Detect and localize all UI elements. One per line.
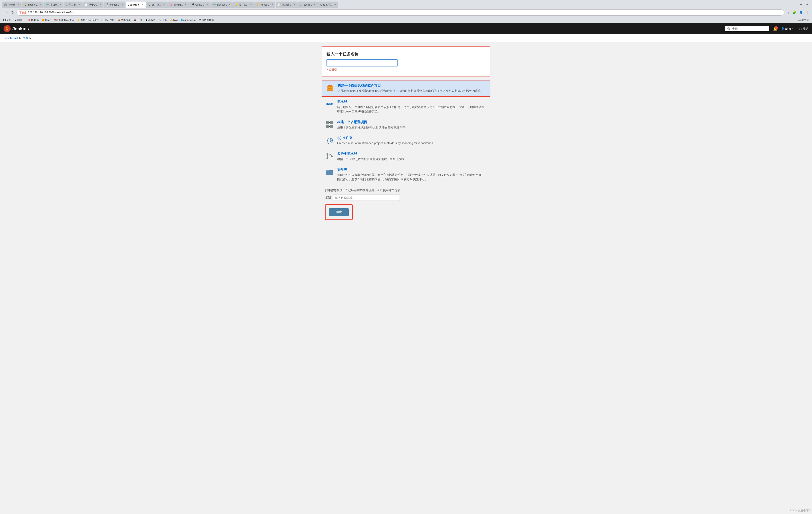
browser-tab[interactable]: 📄基于D...✕	[82, 2, 104, 8]
job-type-desc: 精心地组织一个可以长期运行在多个节点上的任务。适用于构建流水线（更加正式地应当称…	[337, 105, 487, 114]
jenkins-app: Jenkins 🔍 🔔 1 👤 admin ⬚ 注销 Dashboard ▶ 所…	[0, 23, 812, 514]
job-type-item[interactable]: 多分支流水线 根据一个SCM仓库中检测到的分支创建一系列流水线。	[322, 149, 490, 165]
browser-tab[interactable]: GSSH公...✕	[146, 2, 167, 8]
browser-tab[interactable]: 📝我应该...✕	[276, 2, 297, 8]
bookmark-button[interactable]: ☆	[786, 10, 790, 15]
header-search: 🔍	[725, 26, 770, 31]
bookmark-item[interactable]: ☁阿里云	[13, 18, 26, 22]
browser-tab[interactable]: 🔒https://...✕	[22, 2, 44, 8]
browser-tab[interactable]: 🔑id_rsa...✕	[233, 2, 254, 8]
bookmark-item[interactable]: 📖学习资料	[100, 18, 116, 22]
job-type-info: 构建一个自由风格的软件项目 这是Jenkins的主要功能.Jenkins将会结合…	[338, 84, 486, 93]
job-type-item[interactable]: 流水线 精心地组织一个可以长期运行在多个节点上的任务。适用于构建流水线（更加正式…	[322, 97, 490, 117]
back-button[interactable]: ‹	[2, 10, 5, 15]
bookmark-item[interactable]: 🔲应用	[2, 18, 13, 22]
svg-point-7	[327, 103, 329, 105]
job-type-item[interactable]: {0} {0} 文件夹 Creates a set of multibranch…	[322, 133, 490, 149]
browser-tab[interactable]: C(1条消...✕	[298, 2, 318, 8]
job-type-icon	[325, 152, 334, 161]
bookmark-item[interactable]: 🗺地图选择器	[198, 18, 215, 22]
browser-tab[interactable]: 🤖智能熊✕	[2, 2, 22, 8]
browser-tab[interactable]: J新建任务✕	[126, 2, 146, 8]
svg-rect-10	[330, 121, 333, 124]
job-type-title: 流水线	[337, 100, 487, 104]
browser-chrome: 🤖智能熊✕🔒https://...✕🐳小白鲸✕C写文彪✕📄基于D...✕🐧cen…	[0, 0, 812, 23]
username-label: admin	[785, 27, 793, 30]
bookmark-item[interactable]: 🟠Gitee	[40, 18, 52, 22]
bookmark-item[interactable]: 🔧工具	[157, 18, 168, 22]
browser-tab[interactable]: 🧠Intellig...✕	[167, 2, 189, 8]
task-name-input[interactable]	[326, 59, 398, 66]
job-type-item[interactable]: 构建一个自由风格的软件项目 这是Jenkins的主要功能.Jenkins将会结合…	[322, 80, 490, 97]
breadcrumb-sep1: ▶	[19, 36, 21, 39]
forward-button[interactable]: ›	[6, 10, 9, 15]
security-indicator: 不安全	[19, 11, 27, 14]
jenkins-logo-icon	[4, 25, 11, 32]
reload-button[interactable]: ↻	[10, 10, 15, 15]
watermark: CSDN @通透同学	[790, 509, 810, 512]
browser-actions: ☆ 🧩 👤 ⋮	[786, 10, 810, 15]
extension-button[interactable]: 🧩	[791, 10, 797, 15]
job-type-info: 多分支流水线 根据一个SCM仓库中检测到的分支创建一系列流水线。	[337, 152, 487, 161]
browser-tab[interactable]: 🐳Docker...✕	[211, 2, 233, 8]
svg-rect-9	[326, 121, 329, 124]
header-user[interactable]: 👤 admin	[781, 27, 793, 30]
bookmark-item[interactable]: 🌍geojson.io	[180, 18, 197, 22]
ok-button[interactable]: 确定	[329, 208, 349, 216]
header-notification[interactable]: 🔔 1	[773, 27, 777, 31]
job-type-info: 文件夹 创建一个可以嵌套存储的容器。利用它可以进行分组。视图仅仅是一个过滤器，而…	[337, 168, 487, 182]
svg-rect-4	[328, 85, 332, 87]
copy-row: 复制	[325, 194, 487, 201]
bookmark-item[interactable]: 📦类库框架	[116, 18, 132, 22]
jenkins-header: Jenkins 🔍 🔔 1 👤 admin ⬚ 注销	[0, 23, 812, 34]
search-icon: 🔍	[727, 27, 731, 30]
bookmarks-more[interactable]: »其他书签	[796, 18, 810, 22]
logout-label: 注销	[803, 27, 808, 31]
tab-list-button[interactable]: ▼	[804, 2, 810, 7]
bookmark-item[interactable]: 💡力扣 (LeetCode)	[76, 18, 99, 22]
header-logout[interactable]: ⬚ 注销	[797, 27, 808, 31]
svg-rect-5	[328, 88, 332, 88]
task-name-section: 输入一个任务名称 » 必填项	[322, 47, 490, 77]
job-type-desc: 创建一个可以嵌套存储的容器。利用它可以进行分组。视图仅仅是一个过滤器，而文件夹则…	[337, 173, 487, 182]
search-input[interactable]	[732, 27, 759, 30]
menu-button[interactable]: ⋮	[805, 10, 810, 15]
job-type-icon	[325, 168, 334, 177]
browser-tab[interactable]: C写文彪✕	[64, 2, 82, 8]
job-type-desc: 根据一个SCM仓库中检测到的分支创建一系列流水线。	[337, 157, 487, 161]
breadcrumb-sep2: ▶	[30, 36, 32, 39]
bookmark-item[interactable]: ✍blog	[169, 18, 179, 22]
browser-tab[interactable]: C(1条消...✕	[318, 2, 338, 8]
job-type-desc: 这是Jenkins的主要功能.Jenkins将会结合任何SCM和任何构建系统来构…	[338, 89, 486, 93]
browser-tab[interactable]: 🔑id_rsa...✕	[254, 2, 276, 8]
breadcrumb-dashboard[interactable]: Dashboard	[4, 36, 18, 40]
job-type-item[interactable]: 文件夹 创建一个可以嵌套存储的容器。利用它可以进行分组。视图仅仅是一个过滤器，而…	[322, 164, 490, 185]
job-type-title: {0} 文件夹	[337, 136, 487, 140]
job-type-item[interactable]: 构建一个多配置项目 适用于多配置项目,例如多环境测试,平台指定构建,等等.	[322, 117, 490, 133]
job-types-list: 构建一个自由风格的软件项目 这是Jenkins的主要功能.Jenkins将会结合…	[322, 80, 490, 185]
bookmark-item[interactable]: 🐙GitHub	[26, 18, 40, 22]
copy-section: 如果你想根据一个已经存在的任务创建，可以使用这个选项 复制	[322, 185, 490, 204]
job-type-info: {0} 文件夹 Creates a set of multibranch pro…	[337, 136, 487, 145]
address-bar-row: ‹ › ↻ 不安全 ☆ 🧩 👤 ⋮	[0, 8, 812, 17]
job-type-title: 文件夹	[337, 168, 487, 172]
new-tab-button[interactable]: +	[798, 2, 804, 7]
copy-input[interactable]	[333, 194, 400, 201]
required-hint: » 必填项	[326, 68, 486, 72]
svg-text:{0}: {0}	[326, 137, 334, 144]
profile-button[interactable]: 👤	[799, 10, 804, 15]
breadcrumb-all[interactable]: 所有	[23, 36, 28, 40]
bookmark-item[interactable]: 📚Stack Overflow	[53, 18, 75, 22]
jenkins-logo[interactable]: Jenkins	[4, 25, 29, 32]
url-input[interactable]	[28, 11, 781, 14]
job-type-title: 构建一个自由风格的软件项目	[338, 84, 486, 88]
browser-tab[interactable]: 🏴CentO...✕	[189, 2, 210, 8]
browser-tab[interactable]: 🐧centos...✕	[104, 2, 125, 8]
bookmark-item[interactable]: 💼工作	[133, 18, 143, 22]
tab-bar: 🤖智能熊✕🔒https://...✕🐳小白鲸✕C写文彪✕📄基于D...✕🐧cen…	[0, 0, 812, 8]
ok-section: 确定	[325, 204, 353, 220]
bookmark-item[interactable]: 📱小程序	[144, 18, 157, 22]
browser-tab[interactable]: 🐳小白鲸✕	[44, 2, 63, 8]
job-type-title: 构建一个多配置项目	[337, 120, 487, 124]
job-type-desc: 适用于多配置项目,例如多环境测试,平台指定构建,等等.	[337, 125, 487, 130]
